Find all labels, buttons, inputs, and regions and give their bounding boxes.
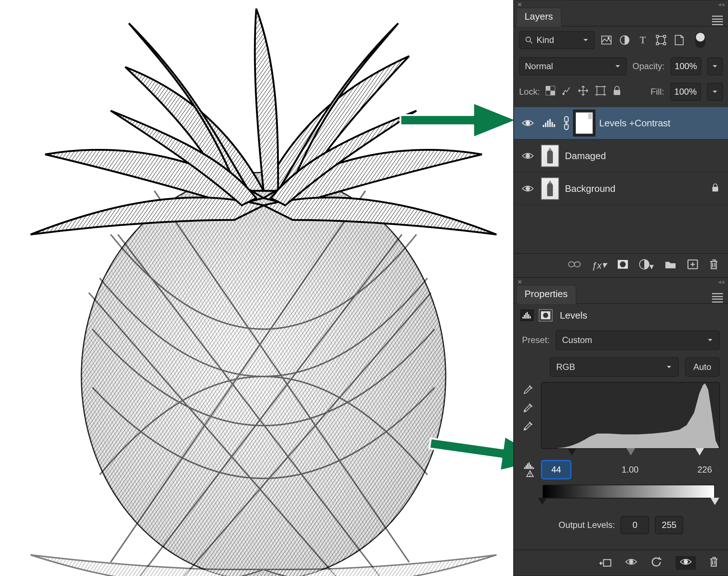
output-slider-track[interactable] <box>542 498 715 508</box>
visibility-toggle[interactable] <box>521 151 535 160</box>
chevron-down-icon <box>582 37 589 43</box>
svg-rect-50 <box>525 313 526 319</box>
layer-filter-kind-select[interactable]: Kind <box>519 31 595 49</box>
mask-mode-icon[interactable] <box>539 309 553 321</box>
svg-rect-33 <box>554 124 555 127</box>
add-mask-icon[interactable] <box>617 260 628 271</box>
blend-mode-select[interactable]: Normal <box>519 57 627 75</box>
panel-menu-icon[interactable] <box>712 15 723 26</box>
clip-to-layer-icon[interactable] <box>599 557 612 569</box>
midtone-slider[interactable] <box>626 448 635 455</box>
opacity-input[interactable]: 100% <box>670 57 701 75</box>
auto-button[interactable]: Auto <box>685 357 720 377</box>
lock-pixels-icon[interactable] <box>562 86 571 98</box>
filter-adjustment-icon[interactable] <box>620 35 630 45</box>
new-adjustment-icon[interactable]: ▾ <box>639 259 654 272</box>
layer-name[interactable]: Damaged <box>565 150 722 162</box>
filter-shape-icon[interactable] <box>656 35 666 45</box>
panel-menu-icon[interactable] <box>712 292 723 303</box>
opacity-label: Opacity: <box>633 61 665 71</box>
eyedropper-white-icon[interactable] <box>522 421 537 434</box>
svg-rect-52 <box>528 314 529 319</box>
link-layers-icon[interactable] <box>568 260 581 271</box>
chevron-down-icon <box>707 337 713 343</box>
svg-rect-15 <box>656 43 658 45</box>
svg-rect-61 <box>527 463 528 469</box>
svg-rect-29 <box>545 123 546 127</box>
view-previous-state-icon[interactable] <box>676 556 696 570</box>
svg-rect-65 <box>533 467 534 469</box>
filter-toggle[interactable] <box>695 32 705 48</box>
lock-artboard-icon[interactable] <box>595 86 606 98</box>
fill-dropdown[interactable] <box>707 83 723 101</box>
layer-row-background[interactable]: Background <box>514 172 728 205</box>
layer-mask-thumb[interactable] <box>575 112 593 134</box>
new-layer-icon[interactable] <box>687 259 698 272</box>
input-slider-track[interactable] <box>541 449 720 458</box>
layer-row-levels-contrast[interactable]: Levels +Contrast <box>514 107 728 139</box>
output-low-slider[interactable] <box>538 498 547 505</box>
layer-filter-kind-label: Kind <box>537 35 579 45</box>
layer-thumb[interactable] <box>541 177 559 200</box>
svg-rect-32 <box>551 122 553 127</box>
output-levels-label: Output Levels: <box>559 520 615 530</box>
svg-rect-39 <box>712 187 718 192</box>
svg-point-55 <box>543 313 548 318</box>
midtone-input[interactable] <box>613 464 647 475</box>
svg-rect-63 <box>530 465 531 469</box>
lock-label: Lock: <box>519 87 540 97</box>
svg-rect-18 <box>546 86 550 91</box>
svg-point-20 <box>563 93 564 95</box>
delete-layer-icon[interactable] <box>709 259 719 272</box>
chevron-down-icon <box>712 63 718 70</box>
shadow-input[interactable] <box>542 461 571 479</box>
output-high-input[interactable] <box>655 516 683 534</box>
clipping-warning-icon[interactable] <box>522 462 538 477</box>
lock-transparency-icon[interactable] <box>546 86 555 98</box>
filter-smartobject-icon[interactable] <box>674 35 684 45</box>
reset-icon[interactable] <box>651 556 662 569</box>
layer-thumb[interactable] <box>541 145 559 167</box>
panel-grip-icon[interactable]: ◂◂ <box>718 0 724 8</box>
lock-position-icon[interactable] <box>578 85 589 98</box>
highlight-input[interactable] <box>689 464 720 475</box>
properties-title: Levels <box>558 310 587 321</box>
panel-grip-icon[interactable]: ◂◂ <box>718 278 724 286</box>
svg-rect-68 <box>604 560 611 566</box>
toggle-visibility-icon[interactable] <box>625 557 638 568</box>
lock-all-icon[interactable] <box>613 86 621 98</box>
output-low-input[interactable] <box>621 516 649 534</box>
filter-type-icon[interactable]: T <box>638 35 648 45</box>
visibility-toggle[interactable] <box>521 119 535 127</box>
layer-name[interactable]: Background <box>565 183 705 194</box>
svg-point-70 <box>684 560 688 564</box>
filter-pixel-icon[interactable] <box>601 35 612 45</box>
canvas[interactable] <box>0 0 513 576</box>
blend-mode-value: Normal <box>525 61 553 71</box>
output-gradient <box>542 485 715 498</box>
channel-select[interactable]: RGB <box>550 357 679 377</box>
chevron-down-icon <box>666 364 672 370</box>
shadow-slider[interactable] <box>567 448 576 455</box>
levels-histogram[interactable] <box>541 382 720 449</box>
layer-row-damaged[interactable]: Damaged <box>514 139 728 172</box>
svg-rect-30 <box>547 121 549 127</box>
tab-layers[interactable]: Layers <box>516 8 561 27</box>
svg-rect-14 <box>664 35 666 38</box>
preset-select[interactable]: Custom <box>555 330 720 350</box>
adjustment-type-icon <box>521 309 534 321</box>
new-group-icon[interactable] <box>665 260 676 271</box>
svg-rect-64 <box>531 466 533 469</box>
visibility-toggle[interactable] <box>521 184 535 193</box>
delete-adjustment-icon[interactable] <box>709 556 719 569</box>
layer-fx-icon[interactable]: ƒx▾ <box>592 260 606 271</box>
eyedropper-gray-icon[interactable] <box>522 403 537 416</box>
eyedropper-black-icon[interactable] <box>522 385 537 398</box>
opacity-dropdown[interactable] <box>707 57 723 75</box>
output-high-slider[interactable] <box>711 498 719 505</box>
highlight-slider[interactable] <box>695 448 704 455</box>
fill-input[interactable]: 100% <box>670 83 701 101</box>
layer-name[interactable]: Levels +Contrast <box>599 118 722 129</box>
svg-point-10 <box>608 37 609 39</box>
tab-properties[interactable]: Properties <box>516 285 576 304</box>
